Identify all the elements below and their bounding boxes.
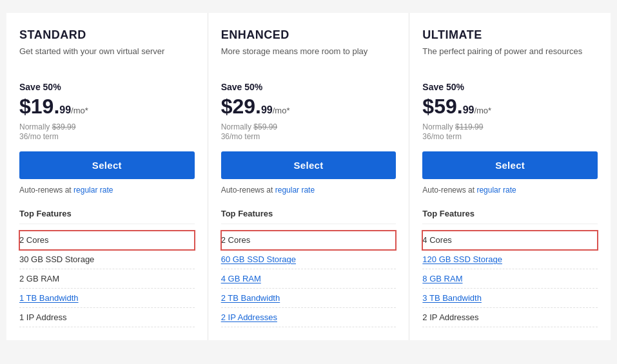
feature-item-standard-2: 2 GB RAM [19, 269, 195, 289]
price-cents-ultimate: 99 [463, 104, 475, 116]
price-dollar-ultimate: $59. [422, 95, 462, 119]
feature-item-ultimate-2[interactable]: 8 GB RAM [422, 269, 598, 289]
feature-item-ultimate-4: 2 IP Addresses [422, 308, 598, 327]
price-cents-standard: 99 [59, 104, 71, 116]
price-cents-enhanced: 99 [261, 104, 273, 116]
regular-rate-link-standard[interactable]: regular rate [73, 186, 113, 195]
plan-title-enhanced: ENHANCED [221, 28, 397, 42]
price-dollar-enhanced: $29. [221, 95, 261, 119]
top-features-label-ultimate: Top Features [422, 209, 598, 224]
feature-link-ultimate-2[interactable]: 8 GB RAM [422, 274, 462, 283]
price-dollar-standard: $19. [19, 95, 59, 119]
save-badge-standard: Save 50% [19, 82, 195, 92]
feature-item-ultimate-1[interactable]: 120 GB SSD Storage [422, 250, 598, 269]
feature-item-ultimate-0: 4 Cores [422, 231, 598, 250]
select-button-enhanced[interactable]: Select [221, 151, 397, 179]
features-list-ultimate: 4 Cores120 GB SSD Storage8 GB RAM3 TB Ba… [422, 231, 598, 327]
auto-renew-ultimate: Auto-renews at regular rate [422, 186, 598, 195]
feature-item-standard-1: 30 GB SSD Storage [19, 250, 195, 269]
regular-rate-link-enhanced[interactable]: regular rate [275, 186, 315, 195]
term-standard: 36/mo term [19, 132, 195, 141]
plan-ultimate: ULTIMATEThe perfect pairing of power and… [409, 13, 611, 340]
feature-link-enhanced-4[interactable]: 2 IP Addresses [221, 312, 277, 322]
top-features-label-standard: Top Features [19, 209, 195, 224]
plan-title-standard: STANDARD [19, 28, 195, 42]
price-row-ultimate: $59.99/mo* [422, 95, 598, 119]
normal-price-ultimate: Normally $119.99 [422, 122, 598, 131]
feature-link-standard-3[interactable]: 1 TB Bandwidth [19, 293, 79, 303]
save-badge-ultimate: Save 50% [422, 82, 598, 92]
plan-title-ultimate: ULTIMATE [422, 28, 598, 42]
feature-item-ultimate-3[interactable]: 3 TB Bandwidth [422, 289, 598, 308]
plan-standard: STANDARDGet started with your own virtua… [6, 13, 208, 340]
select-button-standard[interactable]: Select [19, 151, 195, 179]
feature-link-ultimate-1[interactable]: 120 GB SSD Storage [422, 254, 502, 264]
feature-item-enhanced-1[interactable]: 60 GB SSD Storage [221, 250, 397, 269]
auto-renew-standard: Auto-renews at regular rate [19, 186, 195, 195]
feature-item-enhanced-3[interactable]: 2 TB Bandwidth [221, 289, 397, 308]
feature-item-standard-0: 2 Cores [19, 231, 195, 250]
plan-desc-ultimate: The perfect pairing of power and resourc… [422, 46, 598, 70]
term-ultimate: 36/mo term [422, 132, 598, 141]
feature-item-enhanced-0: 2 Cores [221, 231, 397, 250]
feature-item-standard-3[interactable]: 1 TB Bandwidth [19, 289, 195, 308]
auto-renew-enhanced: Auto-renews at regular rate [221, 186, 397, 195]
plan-desc-standard: Get started with your own virtual server [19, 46, 195, 70]
feature-link-enhanced-2[interactable]: 4 GB RAM [221, 274, 261, 283]
normal-price-enhanced: Normally $59.99 [221, 122, 397, 131]
save-badge-enhanced: Save 50% [221, 82, 397, 92]
features-list-enhanced: 2 Cores60 GB SSD Storage4 GB RAM2 TB Ban… [221, 231, 397, 327]
price-row-standard: $19.99/mo* [19, 95, 195, 119]
price-suffix-ultimate: /mo* [474, 106, 491, 115]
select-button-ultimate[interactable]: Select [422, 151, 598, 179]
feature-link-enhanced-1[interactable]: 60 GB SSD Storage [221, 254, 296, 264]
features-list-standard: 2 Cores30 GB SSD Storage2 GB RAM1 TB Ban… [19, 231, 195, 327]
feature-link-enhanced-3[interactable]: 2 TB Bandwidth [221, 293, 280, 303]
plan-enhanced: ENHANCEDMore storage means more room to … [208, 13, 410, 340]
pricing-container: STANDARDGet started with your own virtua… [6, 13, 611, 340]
price-row-enhanced: $29.99/mo* [221, 95, 397, 119]
feature-item-standard-4: 1 IP Address [19, 308, 195, 327]
feature-item-enhanced-2[interactable]: 4 GB RAM [221, 269, 397, 289]
term-enhanced: 36/mo term [221, 132, 397, 141]
price-suffix-enhanced: /mo* [273, 106, 290, 115]
top-features-label-enhanced: Top Features [221, 209, 397, 224]
normal-price-standard: Normally $39.99 [19, 122, 195, 131]
regular-rate-link-ultimate[interactable]: regular rate [476, 186, 516, 195]
feature-item-enhanced-4[interactable]: 2 IP Addresses [221, 308, 397, 327]
price-suffix-standard: /mo* [71, 106, 88, 115]
feature-link-ultimate-3[interactable]: 3 TB Bandwidth [422, 293, 482, 303]
plan-desc-enhanced: More storage means more room to play [221, 46, 397, 70]
